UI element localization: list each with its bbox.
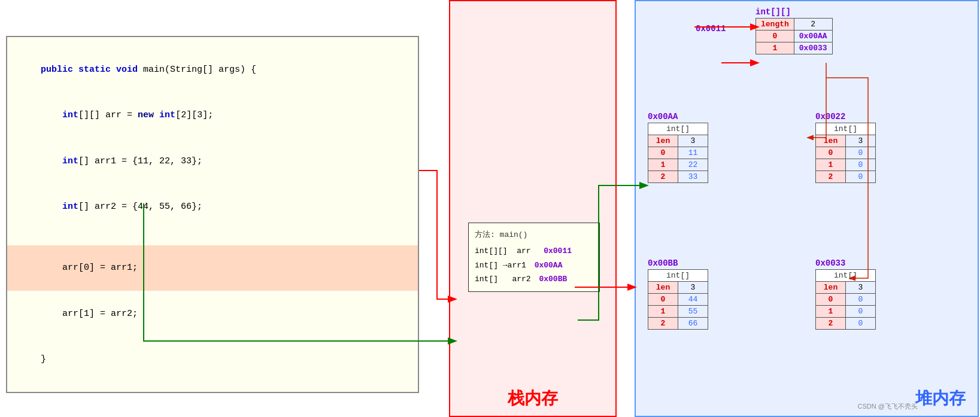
keyword-public: public static void <box>41 65 138 75</box>
code-line-7: arr[1] = arr2; <box>19 291 406 337</box>
code-line-6: arr[0] = arr1; <box>7 245 418 291</box>
array-0022-table: int[] len3 00 10 20 <box>815 123 876 183</box>
addr-0033-label: 0x0033 <box>815 258 876 268</box>
code-line-1: public static void main(String[] args) { <box>19 47 406 93</box>
stack-frame: 方法: main() int[][] arr 0x0011 int[] →arr… <box>468 223 600 292</box>
stack-var-arr2: int[] arr2 0x00BB <box>475 272 593 286</box>
main-array-addr: int[][] <box>756 7 833 17</box>
main-array-table: length 2 0 0x00AA 1 0x0033 <box>756 18 833 54</box>
watermark: CSDN @飞飞不秃头 <box>858 402 918 411</box>
array-00AA-section: 0x00AA int[] len3 011 122 233 <box>648 112 708 183</box>
array-00AA-table: int[] len3 011 122 233 <box>648 123 708 183</box>
addr-0x0011: 0x0011 <box>696 24 726 34</box>
code-text: main(String[] args) { <box>138 65 256 75</box>
array-0033-table: int[] len3 00 10 20 <box>815 269 876 330</box>
array-0022-section: 0x0022 int[] len3 00 10 20 <box>815 112 876 183</box>
cell-0-val: 0x00AA <box>794 31 832 42</box>
stack-label: 栈内存 <box>508 387 558 410</box>
code-line-3: int[] arr1 = {11, 22, 33}; <box>19 138 406 184</box>
stack-var-arr: int[][] arr 0x0011 <box>475 244 593 258</box>
heap-panel: 堆内存 CSDN @飞飞不秃头 int[][] length 2 0 0x00A… <box>635 0 979 417</box>
code-line-4: int[] arr2 = {44, 55, 66}; <box>19 184 406 230</box>
cell-0-key: 0 <box>756 31 794 42</box>
addr-0022-label: 0x0022 <box>815 112 876 121</box>
stack-var-arr1: int[] →arr1 0x00AA <box>475 258 593 272</box>
cell-length-key: length <box>756 19 794 31</box>
stack-frame-title: 方法: main() <box>475 228 593 242</box>
array-00BB-section: 0x00BB int[] len3 044 155 266 <box>648 258 708 330</box>
code-line-5 <box>19 230 406 245</box>
code-line-2: int[][] arr = new int[2][3]; <box>19 93 406 139</box>
heap-label: 堆内存 <box>915 387 966 410</box>
main-array-section: int[][] length 2 0 0x00AA 1 0x0033 <box>756 7 833 54</box>
code-panel: public static void main(String[] args) {… <box>6 36 419 393</box>
addr-00BB-label: 0x00BB <box>648 258 708 268</box>
cell-1-key: 1 <box>756 42 794 54</box>
stack-panel: 栈内存 方法: main() int[][] arr 0x0011 int[] … <box>449 0 617 417</box>
array-00BB-table: int[] len3 044 155 266 <box>648 269 708 330</box>
addr-00AA-label: 0x00AA <box>648 112 708 121</box>
cell-length-val: 2 <box>794 19 832 31</box>
code-line-8: } <box>19 337 406 383</box>
cell-1-val: 0x0033 <box>794 42 832 54</box>
array-0033-section: 0x0033 int[] len3 00 10 20 <box>815 258 876 330</box>
